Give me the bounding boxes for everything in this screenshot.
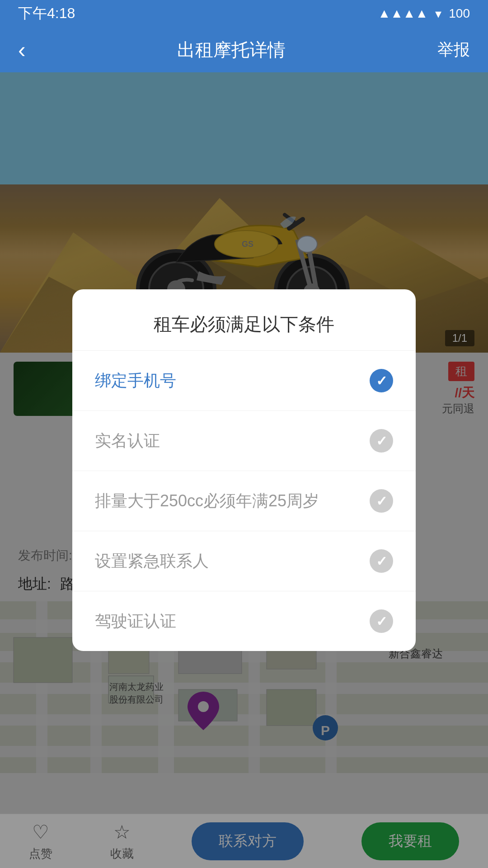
- check-mark-2: ✓: [376, 433, 387, 449]
- check-mark-3: ✓: [376, 493, 387, 509]
- status-bar: 下午4:18 ▲▲▲▲ ▾ 100: [0, 0, 488, 27]
- condition-text-4: 设置紧急联系人: [95, 550, 209, 572]
- report-button[interactable]: 举报: [437, 39, 470, 61]
- modal-dialog: 租车必须满足以下条件 绑定手机号 ✓ 实名认证 ✓ 排量大于250cc必须年满2…: [72, 289, 416, 651]
- check-circle-2: ✓: [370, 429, 393, 453]
- condition-item-1[interactable]: 绑定手机号 ✓: [72, 351, 416, 411]
- condition-text-5: 驾驶证认证: [95, 610, 176, 632]
- wifi-icon: ▾: [435, 6, 441, 21]
- check-circle-1: ✓: [370, 369, 393, 392]
- condition-text-1: 绑定手机号: [95, 370, 176, 392]
- condition-text-2: 实名认证: [95, 430, 160, 452]
- condition-text-3: 排量大于250cc必须年满25周岁: [95, 490, 319, 512]
- modal-title: 租车必须满足以下条件: [72, 289, 416, 351]
- check-mark-1: ✓: [376, 373, 387, 389]
- page-title: 出租摩托详情: [177, 38, 286, 62]
- condition-item-4[interactable]: 设置紧急联系人 ✓: [72, 531, 416, 591]
- signal-icon: ▲▲▲▲: [378, 6, 428, 21]
- status-right: ▲▲▲▲ ▾ 100: [378, 6, 470, 21]
- modal-overlay: 租车必须满足以下条件 绑定手机号 ✓ 实名认证 ✓ 排量大于250cc必须年满2…: [0, 72, 488, 868]
- check-circle-3: ✓: [370, 489, 393, 513]
- check-circle-5: ✓: [370, 609, 393, 633]
- battery-icon: 100: [449, 6, 470, 21]
- check-mark-5: ✓: [376, 613, 387, 629]
- check-circle-4: ✓: [370, 549, 393, 573]
- condition-item-5[interactable]: 驾驶证认证 ✓: [72, 591, 416, 651]
- main-content: GS 1/1 租: [0, 72, 488, 868]
- status-time: 下午4:18: [18, 4, 75, 24]
- nav-bar: ‹ 出租摩托详情 举报: [0, 27, 488, 72]
- check-mark-4: ✓: [376, 553, 387, 569]
- back-button[interactable]: ‹: [18, 37, 26, 63]
- condition-item-3[interactable]: 排量大于250cc必须年满25周岁 ✓: [72, 471, 416, 531]
- condition-item-2[interactable]: 实名认证 ✓: [72, 411, 416, 471]
